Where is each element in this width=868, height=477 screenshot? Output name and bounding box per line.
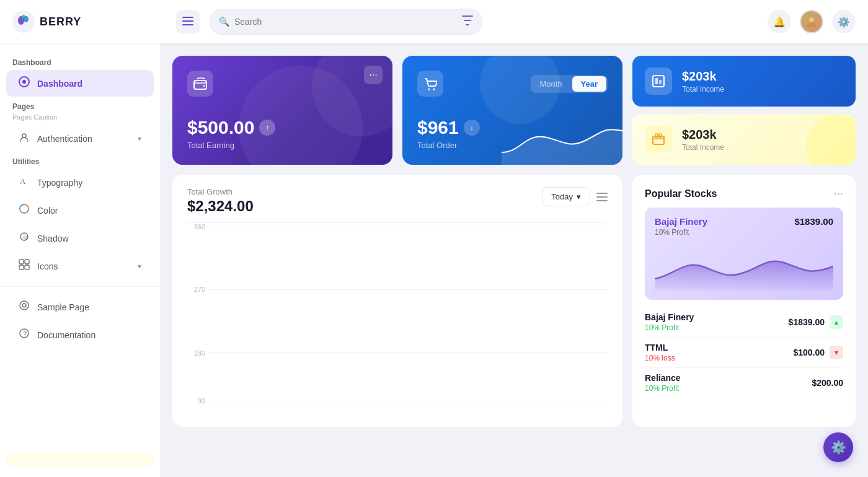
earning-trend-icon: ↑ xyxy=(259,120,275,136)
dashboard-icon xyxy=(19,76,30,90)
stock-bajaj-trend-icon: ▲ xyxy=(830,315,843,329)
fab-button[interactable]: ⚙️ xyxy=(823,432,853,462)
bars-container xyxy=(213,222,608,414)
chart-menu-button[interactable] xyxy=(596,191,608,204)
logo-text: BERRY xyxy=(40,15,81,28)
search-bar: 🔍 xyxy=(210,9,482,35)
typography-icon: A xyxy=(19,175,30,190)
stock-list-item-reliance: Reliance 10% Profit $200.00 xyxy=(645,368,843,398)
sidebar-item-sample-page-label: Sample Page xyxy=(37,302,89,312)
sidebar-item-documentation[interactable]: ? Documentation xyxy=(6,322,154,348)
stock-list-item-bajaj: Bajaj Finery 10% Profit $1839.00 ▲ xyxy=(645,307,843,338)
sidebar-item-icons-label: Icons xyxy=(37,261,58,271)
card-menu-button[interactable]: ··· xyxy=(364,66,383,84)
sidebar-pages-caption: Pages Caption xyxy=(0,113,160,125)
stock-list: Bajaj Finery 10% Profit $1839.00 ▲ TTML … xyxy=(645,307,843,398)
svg-rect-5 xyxy=(182,20,193,22)
svg-point-9 xyxy=(22,80,26,84)
income-yellow-amount: $203k xyxy=(682,128,724,142)
chevron-down-icon: ▾ xyxy=(138,134,141,143)
income-yellow-text: $203k Total Income xyxy=(682,128,724,152)
shadow-icon xyxy=(19,231,30,245)
svg-rect-29 xyxy=(659,80,662,84)
svg-rect-18 xyxy=(25,265,29,269)
sidebar: Dashboard Dashboard Pages Pages Caption … xyxy=(0,43,160,477)
sidebar-item-dashboard[interactable]: Dashboard xyxy=(6,70,154,97)
color-icon xyxy=(19,203,30,217)
documentation-icon: ? xyxy=(19,328,30,342)
total-earning-card: ··· $500.00 ↑ Total Earning xyxy=(172,56,392,165)
sidebar-item-icons[interactable]: Icons ▾ xyxy=(6,253,154,279)
stock-reliance-right: $200.00 xyxy=(812,378,843,388)
income-blue-icon xyxy=(645,68,672,95)
bajaj-featured-card: Bajaj Finery 10% Profit $1839.00 xyxy=(645,208,843,300)
stocks-menu-button[interactable]: ··· xyxy=(834,187,843,200)
stocks-title: Popular Stocks xyxy=(645,188,717,199)
right-cards-col: $203k Total Income $203k xyxy=(632,56,856,165)
svg-rect-17 xyxy=(19,265,24,269)
logo-area: BERRY xyxy=(12,11,161,33)
sidebar-item-shadow[interactable]: Shadow xyxy=(6,225,154,252)
y-label-360: 360 xyxy=(187,223,209,230)
sidebar-item-authentication-label: Authentication xyxy=(37,134,92,144)
stock-ttml-left: TTML 10% loss xyxy=(645,343,675,362)
fab-settings-icon: ⚙️ xyxy=(831,440,846,455)
settings-button[interactable]: ⚙️ xyxy=(832,10,856,33)
main-layout: Dashboard Dashboard Pages Pages Caption … xyxy=(0,43,868,477)
tab-month[interactable]: Month xyxy=(531,75,570,93)
total-order-top: Month Year xyxy=(417,71,608,97)
sidebar-item-color[interactable]: Color xyxy=(6,197,154,224)
svg-point-25 xyxy=(428,89,430,90)
stock-ttml-profit: 10% loss xyxy=(645,354,675,362)
y-label-180: 180 xyxy=(187,349,209,357)
tab-year[interactable]: Year xyxy=(572,76,606,92)
sidebar-item-typography[interactable]: A Typography xyxy=(6,169,154,196)
sidebar-item-typography-label: Typography xyxy=(37,178,82,188)
total-earning-label: Total Earning xyxy=(187,141,378,150)
svg-rect-24 xyxy=(203,85,205,87)
bajaj-featured-price: $1839.00 xyxy=(794,216,833,227)
bajaj-top: Bajaj Finery 10% Profit $1839.00 xyxy=(655,216,833,237)
bottom-row: Total Growth $2,324.00 Today ▾ xyxy=(172,175,856,427)
order-wave-chart xyxy=(502,115,622,165)
bajaj-featured-name: Bajaj Finery xyxy=(655,216,707,227)
chart-title-group: Total Growth $2,324.00 xyxy=(187,187,254,215)
order-trend-icon: ↓ xyxy=(464,120,480,136)
bell-icon: 🔔 xyxy=(773,16,786,28)
sidebar-item-sample-page[interactable]: Sample Page xyxy=(6,294,154,320)
sidebar-section-pages: Pages xyxy=(0,97,160,113)
y-label-270: 270 xyxy=(187,286,209,293)
stock-bajaj-price: $1839.00 xyxy=(789,317,825,327)
income-blue-card: $203k Total Income xyxy=(632,56,856,107)
auth-icon xyxy=(19,131,30,146)
hamburger-button[interactable] xyxy=(176,10,200,33)
bajaj-name-group: Bajaj Finery 10% Profit xyxy=(655,216,707,237)
sidebar-item-shadow-label: Shadow xyxy=(37,234,69,243)
sidebar-item-color-label: Color xyxy=(37,206,58,216)
total-earning-amount: $500.00 ↑ xyxy=(187,117,378,138)
svg-point-3 xyxy=(22,15,25,19)
sidebar-section-dashboard: Dashboard xyxy=(0,53,160,69)
stock-reliance-name: Reliance xyxy=(645,373,681,383)
gear-icon: ⚙️ xyxy=(838,16,850,28)
icons-icon xyxy=(19,259,30,273)
svg-rect-15 xyxy=(19,260,24,264)
header-right: 🔔 ⚙️ xyxy=(768,10,856,33)
y-label-90: 90 xyxy=(187,397,209,405)
logo-icon xyxy=(12,11,35,33)
svg-point-26 xyxy=(433,89,435,90)
stock-reliance-price: $200.00 xyxy=(812,378,843,388)
notification-button[interactable]: 🔔 xyxy=(768,10,791,33)
shopping-icon xyxy=(417,71,443,97)
stock-bajaj-left: Bajaj Finery 10% Profit xyxy=(645,312,694,332)
chevron-icons-icon: ▾ xyxy=(138,262,141,271)
chart-header: Total Growth $2,324.00 Today ▾ xyxy=(187,187,608,215)
total-order-card: Month Year $961 ↓ Total Order xyxy=(402,56,622,165)
svg-text:?: ? xyxy=(23,330,27,338)
stocks-header: Popular Stocks ··· xyxy=(645,187,843,200)
filter-icon[interactable] xyxy=(462,15,473,28)
avatar[interactable] xyxy=(800,10,823,33)
today-filter-button[interactable]: Today ▾ xyxy=(542,187,590,206)
sidebar-item-authentication[interactable]: Authentication ▾ xyxy=(6,125,154,152)
search-input[interactable] xyxy=(229,17,462,27)
